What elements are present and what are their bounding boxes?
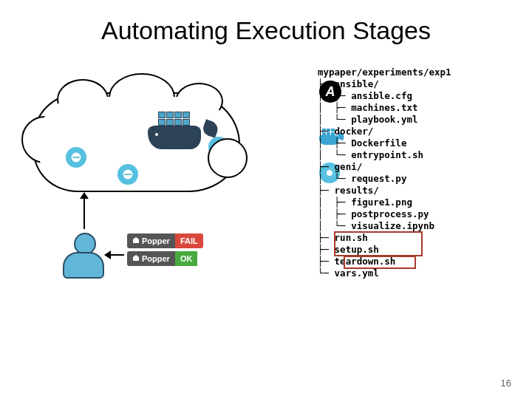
- node-icon: [66, 147, 86, 168]
- svg-rect-6: [133, 239, 139, 243]
- docker-icon: [142, 105, 212, 149]
- svg-rect-7: [133, 257, 139, 261]
- node-icon: [117, 164, 138, 185]
- svg-point-4: [214, 143, 224, 152]
- slide-number: 16: [501, 378, 511, 389]
- arrow-left-icon: [109, 254, 124, 256]
- user-icon: [63, 233, 107, 284]
- cloud-diagram: [33, 92, 240, 192]
- svg-rect-5: [215, 146, 222, 148]
- popper-fail-badge: Popper FAIL: [127, 233, 203, 248]
- arrow-up-icon: [83, 194, 85, 229]
- status-badges: Popper FAIL Popper OK: [127, 233, 203, 269]
- file-tree: mypaper/experiments/exp1 ├─ ansible/ │ ├…: [318, 66, 451, 303]
- svg-rect-1: [72, 157, 80, 158]
- node-icon: [208, 137, 229, 157]
- page-title: Automating Execution Stages: [0, 0, 532, 45]
- svg-rect-3: [124, 174, 132, 175]
- popper-ok-badge: Popper OK: [127, 251, 203, 266]
